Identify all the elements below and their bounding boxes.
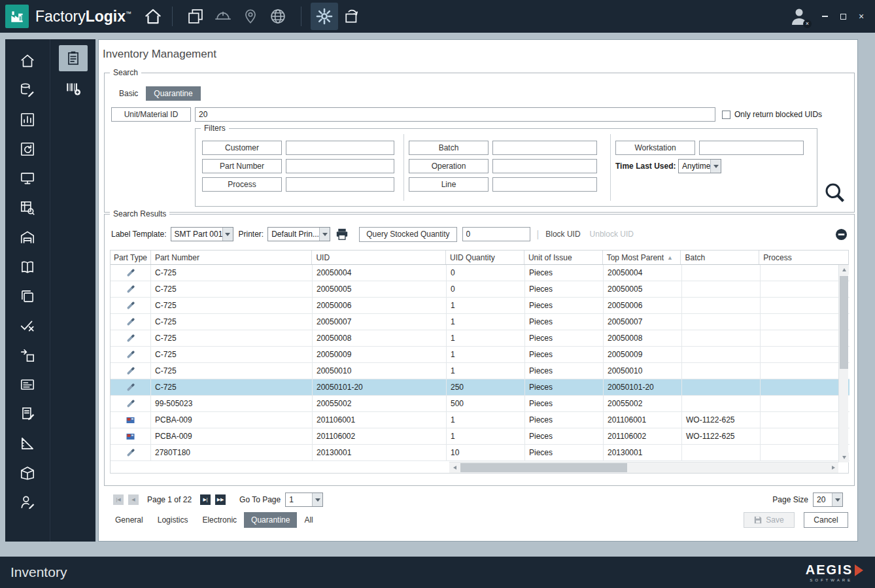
user-account-icon[interactable]: × (789, 6, 810, 27)
stocked-quantity-input[interactable] (462, 227, 530, 241)
history-button[interactable] (338, 3, 366, 30)
process-filter-input[interactable] (286, 177, 394, 192)
sidebar-item-user-edit[interactable] (12, 487, 43, 517)
tab-basic[interactable]: Basic (111, 86, 146, 101)
unit-material-id-button[interactable]: Unit/Material ID (111, 107, 191, 122)
operation-filter-input[interactable] (492, 159, 597, 173)
sidebar-item-form[interactable] (12, 370, 43, 399)
sidebar-item-book[interactable] (12, 252, 43, 281)
column-header-top-most-parent[interactable]: Top Most Parent▲ (603, 251, 681, 264)
sidebar-item-refresh-box[interactable] (12, 134, 43, 164)
scroll-down-icon[interactable] (839, 453, 849, 462)
customer-filter-button[interactable]: Customer (202, 141, 282, 155)
scroll-right-icon[interactable] (828, 462, 838, 473)
sidebar-item-copy[interactable] (12, 281, 43, 311)
process-filter-button[interactable]: Process (202, 177, 282, 192)
batch-filter-button[interactable]: Batch (409, 141, 489, 155)
table-row[interactable]: 2780T1802013000110Pieces20130001 (111, 445, 849, 461)
table-row[interactable]: C-725200500050Pieces20050005 (111, 281, 849, 298)
tab-quarantine-bottom[interactable]: Quarantine (244, 512, 297, 528)
query-stocked-quantity-button[interactable]: Query Stocked Quantity (359, 227, 456, 242)
settings-gear-button[interactable] (311, 3, 338, 30)
column-header-uid-quantity[interactable]: UID Quantity (446, 251, 524, 264)
table-row[interactable]: C-725200500091Pieces20050009 (111, 347, 849, 363)
column-header-process[interactable]: Process (759, 251, 848, 264)
save-button[interactable]: Save (744, 512, 795, 528)
sidebar-item-monitor[interactable] (12, 164, 43, 193)
home-button[interactable] (143, 7, 163, 26)
label-template-dropdown[interactable]: SMT Part 001 (171, 227, 233, 241)
sidebar-item-chart-box[interactable] (12, 105, 43, 134)
column-header-uid[interactable]: UID (312, 251, 446, 264)
sidebar-item-database-edit[interactable] (12, 75, 43, 105)
table-row[interactable]: C-725200500061Pieces20050006 (111, 298, 849, 314)
close-icon[interactable]: × (855, 10, 867, 22)
tab-all[interactable]: All (297, 512, 320, 528)
table-row[interactable]: C-72520050101-20250Pieces20050101-20 (111, 379, 849, 396)
cancel-button[interactable]: Cancel (804, 512, 848, 528)
part-number-filter-input[interactable] (286, 159, 394, 173)
maximize-icon[interactable] (837, 10, 849, 22)
sidebar-item-barcode-add[interactable] (59, 77, 88, 100)
minimize-icon[interactable] (819, 10, 831, 22)
run-search-button[interactable] (823, 181, 846, 204)
table-row[interactable]: PCBA-0092011060011Pieces201106001WO-1122… (111, 412, 849, 428)
remove-uid-button[interactable] (835, 228, 848, 241)
sidebar-item-home[interactable] (12, 46, 43, 75)
globe-button[interactable] (264, 3, 292, 30)
column-header-unit-of-issue[interactable]: Unit of Issue (524, 251, 603, 264)
workstation-filter-button[interactable]: Workstation (615, 141, 695, 155)
sidebar-item-check-x[interactable] (12, 311, 43, 340)
sidebar-item-doc-edit[interactable] (12, 399, 43, 428)
print-button[interactable] (335, 228, 349, 240)
previous-page-button[interactable]: ◀ (128, 494, 139, 505)
sidebar-item-package[interactable] (12, 458, 43, 487)
line-filter-button[interactable]: Line (409, 177, 489, 192)
column-header-batch[interactable]: Batch (681, 251, 759, 264)
unit-material-id-input[interactable] (195, 107, 715, 122)
column-header-part-type[interactable]: Part Type (111, 251, 151, 264)
tab-electronic[interactable]: Electronic (195, 512, 244, 528)
next-page-button[interactable]: ▶| (200, 494, 211, 505)
tab-logistics[interactable]: Logistics (150, 512, 196, 528)
pcba-icon (111, 428, 151, 444)
horizontal-scrollbar[interactable] (449, 462, 838, 473)
printer-dropdown[interactable]: Default Prin... (267, 227, 330, 241)
vertical-scrollbar[interactable] (838, 265, 848, 462)
table-row[interactable]: C-725200500101Pieces20050010 (111, 363, 849, 379)
time-last-used-dropdown[interactable]: Anytime (678, 159, 721, 173)
layers-button[interactable] (182, 3, 209, 30)
table-row[interactable]: C-725200500081Pieces20050008 (111, 330, 849, 347)
workstation-filter-input[interactable] (699, 141, 804, 155)
block-uid-button[interactable]: Block UID (545, 230, 580, 239)
horizontal-scroll-thumb[interactable] (460, 463, 627, 472)
sidebar-item-grid-search[interactable] (12, 193, 43, 222)
table-row[interactable]: C-725200500071Pieces20050007 (111, 314, 849, 330)
table-row[interactable]: C-725200500040Pieces20050004 (111, 265, 849, 281)
batch-filter-input[interactable] (492, 141, 597, 155)
part-number-filter-button[interactable]: Part Number (202, 159, 282, 173)
tab-quarantine[interactable]: Quarantine (146, 86, 200, 101)
go-to-page-dropdown[interactable]: 1 (285, 493, 323, 507)
operation-filter-button[interactable]: Operation (409, 159, 489, 173)
table-row[interactable]: PCBA-0092011060021Pieces201106002WO-1122… (111, 428, 849, 445)
customer-filter-input[interactable] (286, 141, 394, 155)
sidebar-item-warehouse[interactable] (12, 222, 43, 252)
sidebar-item-box-arrow[interactable] (12, 340, 43, 370)
tab-general[interactable]: General (108, 512, 150, 528)
page-size-dropdown[interactable]: 20 (813, 493, 843, 507)
hardhat-button[interactable] (209, 3, 237, 30)
last-page-button[interactable]: ▶▶ (215, 494, 226, 505)
line-filter-input[interactable] (492, 177, 597, 192)
column-header-part-number[interactable]: Part Number (151, 251, 313, 264)
blocked-uids-checkbox[interactable] (722, 111, 730, 119)
sidebar-item-clipboard-list[interactable] (59, 45, 88, 71)
table-row[interactable]: 99-50502320055002500Pieces20055002 (111, 396, 849, 412)
vertical-scroll-thumb[interactable] (840, 276, 848, 369)
scroll-up-icon[interactable] (839, 265, 849, 275)
unblock-uid-button[interactable]: Unblock UID (590, 230, 634, 239)
location-pin-button[interactable] (237, 3, 264, 30)
first-page-button[interactable]: |◀ (113, 494, 124, 505)
scroll-left-icon[interactable] (449, 462, 460, 473)
sidebar-item-ruler[interactable] (12, 428, 43, 458)
